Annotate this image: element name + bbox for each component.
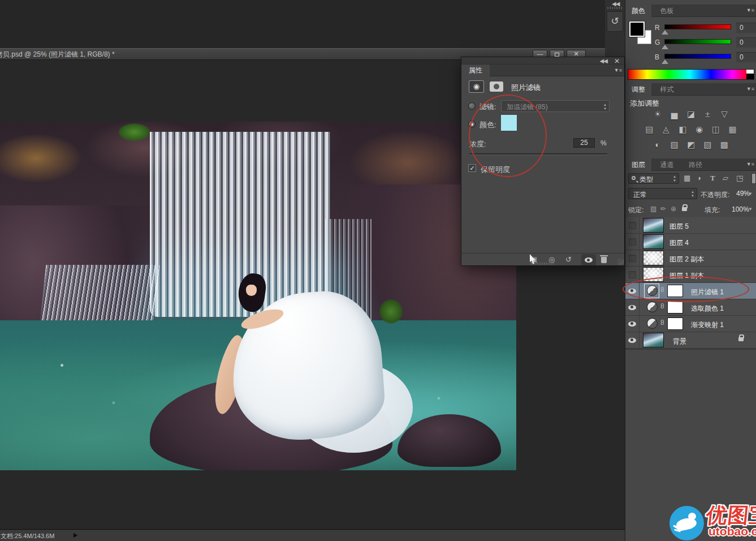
layer-thumbnail[interactable] <box>643 234 664 249</box>
layer-row-gradient-map-1[interactable]: 8 渐变映射 1 <box>625 316 756 332</box>
gradient-map-icon[interactable]: ▧ <box>701 140 714 150</box>
delete-adjustment-icon[interactable] <box>601 257 607 263</box>
status-menu-arrow-icon[interactable] <box>74 533 77 538</box>
photo-filter-icon[interactable]: ◉ <box>693 124 706 135</box>
threshold-icon[interactable]: ◩ <box>685 140 698 150</box>
opacity-dropdown[interactable]: 49% ▼ <box>736 188 755 199</box>
layer-mask-thumbnail[interactable] <box>667 317 683 330</box>
color-panel-menu-icon[interactable]: ▼≡ <box>746 7 754 13</box>
collapse-panel-icon[interactable]: ◀◀ <box>600 58 607 64</box>
history-panel-button[interactable]: ↺ <box>607 11 623 32</box>
channel-mixer-icon[interactable]: ◫ <box>710 124 723 135</box>
filter-preset-dropdown[interactable]: 加温滤镜 (85) ▲▼ <box>501 100 610 112</box>
layer-name[interactable]: 照片滤镜 1 <box>691 287 724 297</box>
photo-filter-header-icon[interactable]: ◉ <box>469 80 484 93</box>
red-channel-slider[interactable] <box>664 24 731 29</box>
lock-all-icon[interactable] <box>682 207 687 211</box>
preserve-luminosity-checkbox[interactable]: ✓ <box>468 164 476 172</box>
layer-mask-thumbnail[interactable] <box>667 301 683 314</box>
panel-grip[interactable] <box>530 263 555 265</box>
lock-position-icon[interactable]: ⊕ <box>671 205 676 213</box>
properties-panel-menu-icon[interactable]: ▼≡ <box>614 67 622 73</box>
spectrum-black-swatch[interactable] <box>746 74 754 79</box>
adjustment-layer-icon[interactable] <box>647 302 658 312</box>
blend-mode-dropdown[interactable]: 正常 ▲▼ <box>628 188 697 199</box>
layer-thumbnail[interactable] <box>643 333 664 347</box>
mask-header-icon[interactable] <box>490 81 503 92</box>
exposure-icon[interactable]: ± <box>701 109 714 119</box>
red-slider-thumb-icon[interactable] <box>662 30 668 35</box>
layers-panel-menu-icon[interactable]: ▼≡ <box>746 161 754 167</box>
filter-kind-dropdown[interactable]: 类型 ▲▼ <box>628 173 679 184</box>
lock-image-pixels-icon[interactable]: ✏ <box>660 205 666 213</box>
color-lookup-icon[interactable]: ▦ <box>726 124 739 135</box>
filter-toggle-switch[interactable] <box>751 173 756 184</box>
layer-name[interactable]: 图层 4 <box>669 238 689 248</box>
tab-swatches[interactable]: 色板 <box>654 5 680 17</box>
color-spectrum-bar[interactable] <box>628 69 754 80</box>
tab-adjustments[interactable]: 调整 <box>625 83 651 96</box>
visibility-toggle[interactable] <box>625 217 640 233</box>
visibility-toggle[interactable] <box>625 316 640 332</box>
tab-styles[interactable]: 样式 <box>654 83 680 96</box>
layer-name[interactable]: 图层 1 副本 <box>669 271 704 281</box>
tab-layers[interactable]: 图层 <box>625 158 651 171</box>
black-white-icon[interactable]: ◧ <box>676 124 689 135</box>
layer-row-background[interactable]: 背景 <box>625 332 756 349</box>
layer-mask-thumbnail[interactable] <box>667 285 683 297</box>
curves-icon[interactable]: ◪ <box>685 109 698 119</box>
invert-icon[interactable]: ◐ <box>651 140 664 149</box>
blue-slider-thumb-icon[interactable] <box>662 59 668 64</box>
collapse-dock-icon[interactable]: ◀◀ <box>612 1 619 7</box>
lock-transparent-pixels-icon[interactable]: ▨ <box>650 205 656 213</box>
adjustment-layer-icon[interactable] <box>647 318 658 329</box>
layer-thumbnail[interactable] <box>643 251 664 265</box>
visibility-toggle[interactable] <box>625 267 640 282</box>
filter-radio[interactable] <box>468 102 476 110</box>
visibility-toggle[interactable] <box>625 299 640 315</box>
visibility-toggle[interactable] <box>625 283 640 299</box>
layer-row-photo-filter-1-selected[interactable]: 8 照片滤镜 1 <box>625 283 756 299</box>
density-slider-track[interactable] <box>469 153 607 155</box>
properties-panel-titlebar[interactable]: ◀◀ ✕ <box>461 57 624 65</box>
layer-name[interactable]: 图层 5 <box>669 222 689 231</box>
reset-defaults-icon[interactable]: ↺ <box>565 255 572 264</box>
properties-panel[interactable]: ◀◀ ✕ 属性 ▼≡ ◉ 照片滤镜 滤镜: 加温滤镜 (85) ▲▼ 颜色: 浓… <box>461 57 625 266</box>
tab-channels[interactable]: 通道 <box>654 158 680 171</box>
toggle-visibility-button[interactable] <box>581 254 596 265</box>
vibrance-icon[interactable]: ▽ <box>718 109 731 119</box>
layer-row-selective-color-1[interactable]: 8 选取颜色 1 <box>625 299 756 316</box>
levels-icon[interactable]: ▅ <box>668 109 681 119</box>
selective-color-icon[interactable]: ▩ <box>718 140 731 150</box>
layer-name[interactable]: 选取颜色 1 <box>691 304 724 314</box>
close-panel-icon[interactable]: ✕ <box>614 57 620 65</box>
blue-channel-value[interactable]: 0 <box>736 52 756 62</box>
filter-adjustment-layers-icon[interactable]: ◑ <box>697 174 701 182</box>
red-channel-value[interactable]: 0 <box>736 23 756 33</box>
blue-channel-slider[interactable] <box>664 54 731 59</box>
layer-name[interactable]: 图层 2 副本 <box>669 255 704 264</box>
dock-grip[interactable] <box>607 7 622 9</box>
filter-color-swatch[interactable] <box>501 115 517 131</box>
visibility-toggle[interactable] <box>625 234 640 250</box>
panel-resize-corner[interactable] <box>617 259 624 265</box>
layer-name[interactable]: 渐变映射 1 <box>691 320 724 330</box>
color-balance-icon[interactable]: ◬ <box>659 124 672 135</box>
layer-row-layer5[interactable]: 图层 5 <box>625 217 756 234</box>
layer-thumbnail[interactable] <box>643 218 664 233</box>
layer-thumbnail[interactable] <box>643 267 664 282</box>
layer-row-layer2-copy[interactable]: 图层 2 副本 <box>625 250 756 267</box>
tab-color[interactable]: 颜色 <box>625 5 651 17</box>
adjustments-panel-menu-icon[interactable]: ▼≡ <box>746 86 754 92</box>
posterize-icon[interactable]: ▨ <box>668 140 681 150</box>
visibility-toggle[interactable] <box>625 332 640 348</box>
green-channel-value[interactable]: 0 <box>736 37 756 48</box>
tab-paths[interactable]: 路径 <box>682 158 709 171</box>
filter-smart-object-icon[interactable]: ◳ <box>736 174 743 182</box>
foreground-color-swatch[interactable] <box>629 22 645 37</box>
filter-shape-layers-icon[interactable]: ▱ <box>723 174 728 182</box>
fill-dropdown[interactable]: 100% ▼ <box>732 203 755 214</box>
filter-type-layers-icon[interactable]: T <box>710 174 715 183</box>
visibility-toggle[interactable] <box>625 250 640 266</box>
green-slider-thumb-icon[interactable] <box>662 45 668 49</box>
